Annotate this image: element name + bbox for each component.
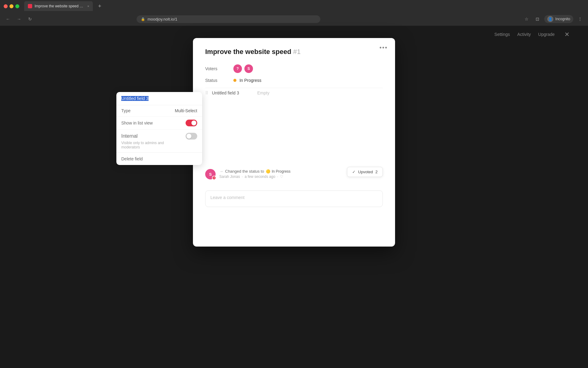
close-traffic-light[interactable]	[4, 4, 8, 8]
upvote-count: 2	[375, 170, 378, 174]
browser-toolbar: ← → ↻ 🔒 moodjoy.nolt.io/1 ☆ ⊡ 👤 Incognit…	[0, 12, 588, 26]
dropdown-internal-section: Internal Visible only to admins andmoder…	[116, 130, 202, 153]
incognito-label: Incognito	[555, 17, 570, 21]
dropdown-internal-row: Internal	[121, 133, 197, 140]
activity-arrow-icon: →	[219, 169, 223, 174]
address-bar[interactable]: 🔒 moodjoy.nolt.io/1	[137, 15, 320, 23]
upvote-check-icon: ✓	[352, 170, 356, 174]
incognito-icon: 👤	[547, 16, 553, 22]
custom-field-name[interactable]: Untitled field 3	[212, 90, 255, 95]
show-in-list-label: Show in list view	[121, 121, 153, 125]
dropdown-show-in-list-row: Show in list view	[116, 117, 202, 130]
voters-label: Voters	[205, 66, 230, 71]
activity-timestamp: a few seconds ago	[245, 174, 275, 179]
incognito-button[interactable]: 👤 Incognito	[544, 15, 573, 23]
tab-close-button[interactable]: ×	[87, 4, 89, 8]
status-emoji: 🟡	[266, 169, 270, 174]
activity-prefix: Changed the status to	[225, 169, 264, 174]
type-value: Multi-Select	[175, 108, 197, 113]
activity-separator2: ·	[277, 174, 278, 179]
dropdown-field-name-section	[116, 92, 202, 105]
back-button[interactable]: ←	[4, 15, 12, 23]
voters-row: Voters ? S	[205, 64, 383, 73]
minimize-traffic-light[interactable]	[9, 4, 13, 8]
activity-status-value: In Progress	[272, 169, 290, 174]
delete-field-button[interactable]: Delete field	[116, 153, 202, 165]
activity-avatar-wrap: S ✕	[205, 169, 216, 179]
activity-heart-button[interactable]: ♡	[280, 174, 283, 179]
status-text: In Progress	[239, 78, 262, 83]
address-text: moodjoy.nolt.io/1	[148, 17, 177, 21]
custom-field-value[interactable]: Empty	[257, 90, 270, 95]
voter-sarah-avatar[interactable]: S	[244, 64, 253, 73]
traffic-lights	[4, 4, 19, 8]
modal-title-text: Improve the website speed	[205, 48, 291, 56]
show-in-list-toggle[interactable]	[186, 120, 197, 126]
activity-separator: ·	[242, 174, 243, 179]
activity-author: Sarah Jonas	[219, 174, 240, 179]
activity-status-tag: 🟡 In Progress	[266, 169, 290, 174]
type-label: Type	[121, 108, 130, 113]
dropdown-type-row[interactable]: Type Multi-Select	[116, 105, 202, 117]
status-value[interactable]: In Progress	[233, 78, 261, 83]
field-dropdown: Type Multi-Select Show in list view Inte…	[116, 92, 202, 165]
show-in-list-toggle-knob	[191, 121, 196, 125]
new-tab-button[interactable]: +	[95, 2, 104, 10]
upvote-label: Upvoted	[358, 170, 373, 174]
custom-field-row: ⠿ Untitled field 3 Empty	[205, 88, 383, 98]
upvote-button[interactable]: ✓ Upvoted 2	[347, 167, 383, 177]
status-dot	[233, 79, 236, 82]
field-name-input[interactable]	[121, 96, 197, 101]
comment-placeholder: Leave a comment	[210, 195, 244, 200]
tab-favicon	[28, 4, 32, 8]
maximize-traffic-light[interactable]	[15, 4, 19, 8]
voter-unknown-avatar[interactable]: ?	[233, 64, 242, 73]
internal-toggle-knob	[187, 134, 191, 139]
forward-button[interactable]: →	[15, 15, 23, 23]
split-screen-button[interactable]: ⊡	[533, 15, 542, 23]
more-options-button[interactable]: ⋮	[576, 15, 584, 23]
comment-input[interactable]: Leave a comment	[205, 190, 383, 207]
tab-title: Improve the website speed · M...	[35, 4, 84, 8]
lock-icon: 🔒	[141, 17, 145, 21]
internal-note: Visible only to admins andmoderators	[121, 141, 197, 149]
drag-handle-icon[interactable]: ⠿	[205, 90, 208, 95]
modal-title: Improve the website speed #1	[205, 48, 383, 56]
task-modal: ••• Improve the website speed #1 Voters …	[193, 38, 395, 247]
activity-badge: ✕	[212, 176, 216, 180]
status-row: Status In Progress	[205, 78, 383, 83]
bookmark-button[interactable]: ☆	[522, 15, 531, 23]
modal-menu-button[interactable]: •••	[379, 44, 388, 51]
status-label: Status	[205, 78, 230, 83]
modal-overlay: ••• Improve the website speed #1 Voters …	[0, 26, 588, 368]
internal-toggle[interactable]	[186, 133, 197, 140]
internal-label: Internal	[121, 133, 138, 139]
toolbar-actions: ☆ ⊡ 👤 Incognito ⋮	[522, 15, 584, 23]
refresh-button[interactable]: ↻	[26, 15, 34, 23]
task-number: #1	[293, 48, 300, 56]
browser-tab[interactable]: Improve the website speed · M... ×	[24, 1, 93, 11]
voters-avatars: ? S	[233, 64, 253, 73]
